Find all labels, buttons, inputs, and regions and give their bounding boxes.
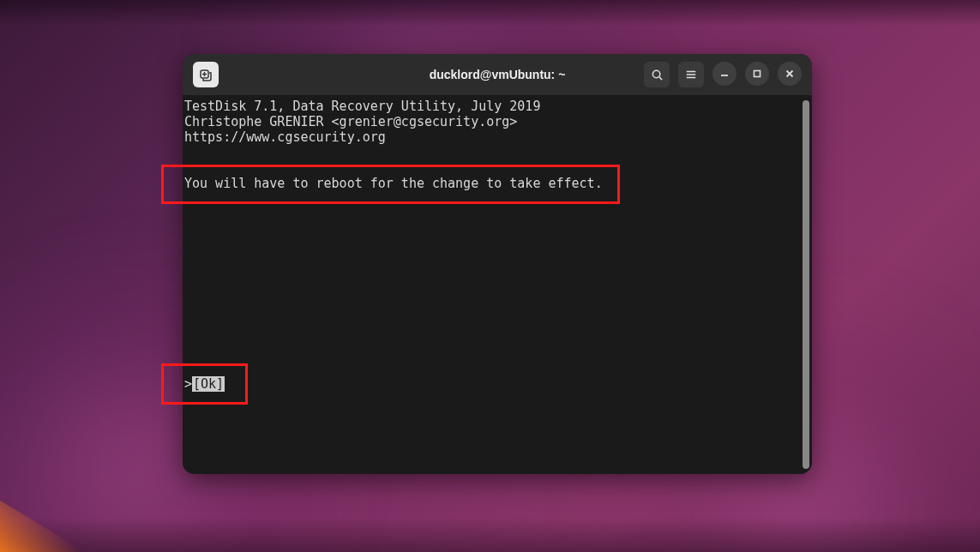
hamburger-icon — [685, 69, 697, 81]
menu-button[interactable] — [678, 62, 704, 87]
titlebar: ducklord@vmUbuntu: ~ — [183, 54, 812, 95]
close-button[interactable] — [778, 62, 802, 86]
scrollbar[interactable] — [803, 100, 809, 469]
maximize-icon — [752, 69, 762, 79]
ok-button[interactable]: [Ok] — [192, 376, 225, 392]
terminal-content: TestDisk 7.1, Data Recovery Utility, Jul… — [184, 99, 802, 471]
svg-point-1 — [652, 70, 659, 77]
close-icon — [785, 69, 795, 79]
reboot-message: You will have to reboot for the change t… — [184, 176, 603, 191]
svg-rect-7 — [755, 71, 761, 77]
minimize-button[interactable] — [712, 62, 737, 86]
svg-line-2 — [658, 76, 661, 79]
window-title: ducklord@vmUbuntu: ~ — [430, 68, 566, 81]
maximize-button[interactable] — [745, 62, 769, 86]
terminal-window: ducklord@vmUbuntu: ~ — [183, 54, 812, 474]
terminal-line: TestDisk 7.1, Data Recovery Utility, Jul… — [184, 99, 540, 114]
terminal-body[interactable]: TestDisk 7.1, Data Recovery Utility, Jul… — [183, 95, 812, 474]
new-tab-icon — [199, 68, 213, 81]
terminal-line: https://www.cgsecurity.org — [184, 129, 386, 145]
ok-prompt-prefix: > — [184, 376, 192, 392]
terminal-line: Christophe GRENIER <grenier@cgsecurity.o… — [184, 114, 517, 129]
search-button[interactable] — [644, 62, 670, 87]
search-icon — [651, 69, 664, 81]
new-tab-button[interactable] — [193, 62, 219, 87]
minimize-icon — [719, 69, 730, 79]
